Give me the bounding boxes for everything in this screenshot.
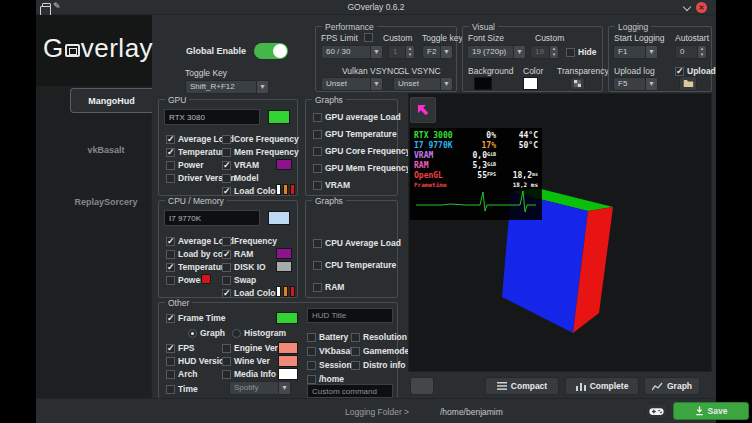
transparency-button[interactable] <box>570 77 585 90</box>
checkbox[interactable] <box>313 261 322 270</box>
graph-check-cpu-temperature[interactable]: CPU Temperature <box>313 260 396 270</box>
checkbox[interactable] <box>222 357 231 366</box>
cpu-load-color-low-swatch[interactable] <box>276 286 281 297</box>
wine-ver-color-swatch[interactable] <box>278 355 298 367</box>
other-check-frame-time[interactable]: Frame Time <box>166 313 226 323</box>
cpu-check-disk-io[interactable]: DISK IO <box>222 262 266 272</box>
other-radio-graph[interactable]: Graph <box>188 328 225 338</box>
checkbox[interactable] <box>166 237 175 246</box>
checkbox[interactable] <box>351 361 360 370</box>
checkbox[interactable] <box>313 164 322 173</box>
checkbox[interactable] <box>222 135 231 144</box>
checkbox[interactable] <box>166 135 175 144</box>
checkbox[interactable] <box>222 187 231 196</box>
checkbox[interactable] <box>166 250 175 259</box>
checkbox[interactable] <box>222 174 231 183</box>
cpu-color-swatch[interactable] <box>268 211 290 225</box>
gpu-check-core-frequency[interactable]: Core Frequency <box>222 134 299 144</box>
ram-color-swatch[interactable] <box>276 248 292 259</box>
gpu-check-vram[interactable]: VRAM <box>222 160 259 170</box>
other-check-media-info[interactable]: Media Info <box>222 369 276 379</box>
upload-folder-button[interactable] <box>679 76 697 91</box>
custom-font-spinner[interactable]: 19▲▼ <box>530 45 559 59</box>
vram-color-swatch[interactable] <box>276 159 292 170</box>
gpu-load-color-mid-swatch[interactable] <box>283 184 288 195</box>
toggle-key-select[interactable]: Shift_R+F12▼ <box>185 80 269 94</box>
checkbox[interactable] <box>313 283 322 292</box>
checkbox[interactable] <box>222 161 231 170</box>
upload-checkbox-row[interactable]: Upload <box>675 66 716 76</box>
graph-view-button[interactable]: Graph <box>644 377 700 395</box>
checkbox[interactable] <box>307 333 316 342</box>
gl-vsync-select[interactable]: Unset▼ <box>393 77 453 91</box>
checkbox[interactable] <box>166 174 175 183</box>
cpu-check-power[interactable]: Power <box>166 275 204 285</box>
gpu-check-temperature[interactable]: Temperature <box>166 147 229 157</box>
sidebar-item-mangohud[interactable]: MangoHud <box>70 88 152 113</box>
graph-check-gpu-temperature[interactable]: GPU Temperature <box>313 129 397 139</box>
checkbox[interactable] <box>166 370 175 379</box>
font-size-select[interactable]: 19 (720p)▼ <box>467 45 526 59</box>
checkbox[interactable] <box>222 370 231 379</box>
checkbox[interactable] <box>166 357 175 366</box>
checkbox[interactable] <box>307 375 316 384</box>
cpu-check-ram[interactable]: RAM <box>222 249 253 259</box>
checkbox[interactable] <box>222 148 231 157</box>
fps-limit-select[interactable]: 60 / 30▼ <box>321 45 383 59</box>
checkbox[interactable] <box>675 67 684 76</box>
cpu-check-swap[interactable]: Swap <box>222 275 256 285</box>
engine-ver-color-swatch[interactable] <box>278 342 298 354</box>
checkbox[interactable] <box>222 263 231 272</box>
checkbox[interactable] <box>307 361 316 370</box>
hide-checkbox-row[interactable]: Hide <box>566 47 596 57</box>
media-player-select[interactable]: Spotify▼ <box>229 381 291 395</box>
complete-view-button[interactable]: Complete <box>565 377 639 395</box>
cpu-name-input[interactable] <box>164 210 260 226</box>
background-color-swatch[interactable] <box>474 77 492 90</box>
vulkan-vsync-select[interactable]: Unset▼ <box>321 77 383 91</box>
hud-position-button[interactable] <box>410 97 436 123</box>
checkbox[interactable] <box>166 161 175 170</box>
checkbox[interactable] <box>166 276 175 285</box>
graph-check-gpu-core-frequency[interactable]: GPU Core Frequency <box>313 146 411 156</box>
checkbox[interactable] <box>166 385 175 394</box>
gpu-check-power[interactable]: Power <box>166 160 204 170</box>
checkbox[interactable] <box>351 333 360 342</box>
other-check-hud-version[interactable]: HUD Version <box>166 356 230 366</box>
checkbox[interactable] <box>166 344 175 353</box>
spinner-arrows-icon[interactable]: ▲▼ <box>549 46 558 58</box>
graph-check-gpu-mem-frequency[interactable]: GPU Mem Frequency <box>313 163 411 173</box>
disk-io-color-swatch[interactable] <box>276 261 292 272</box>
custom-fps-spinner[interactable]: 1▲▼ <box>388 45 415 59</box>
checkbox[interactable] <box>307 347 316 356</box>
close-button[interactable]: ✕ <box>696 2 707 13</box>
spinner-arrows-icon[interactable]: ▲▼ <box>697 46 706 58</box>
gpu-load-color-low-swatch[interactable] <box>276 184 281 195</box>
custom-command-input[interactable] <box>307 384 393 398</box>
autostart-spinner[interactable]: 0▲▼ <box>675 45 707 59</box>
other-check-distro-info[interactable]: Distro info <box>351 360 406 370</box>
graph-check-cpu-average-load[interactable]: CPU Average Load <box>313 238 401 248</box>
hud-title-input[interactable] <box>307 308 393 323</box>
graph-check-vram[interactable]: VRAM <box>313 180 350 190</box>
checkbox[interactable] <box>364 33 373 42</box>
other-check-vkbasalt[interactable]: VKbasalt <box>307 346 355 356</box>
checkbox[interactable] <box>222 289 231 298</box>
gamepad-button[interactable] <box>645 403 668 419</box>
other-check-home[interactable]: /home <box>307 374 344 384</box>
checkbox[interactable] <box>313 239 322 248</box>
other-check-fps[interactable]: FPS <box>166 343 195 353</box>
graph-check-ram[interactable]: RAM <box>313 282 344 292</box>
other-check-session[interactable]: Session <box>307 360 352 370</box>
checkbox[interactable] <box>566 48 575 57</box>
cpu-load-color-mid-swatch[interactable] <box>283 286 288 297</box>
save-button[interactable]: Save <box>673 402 749 420</box>
media-info-color-swatch[interactable] <box>278 368 298 380</box>
cpu-load-color-high-swatch[interactable] <box>290 286 295 297</box>
fps-limit-checkbox[interactable] <box>364 33 373 42</box>
gpu-check-model[interactable]: Model <box>222 173 259 183</box>
other-check-arch[interactable]: Arch <box>166 369 197 379</box>
gpu-color-swatch[interactable] <box>268 110 290 124</box>
global-enable-toggle[interactable] <box>254 43 288 59</box>
checkbox[interactable] <box>222 237 231 246</box>
